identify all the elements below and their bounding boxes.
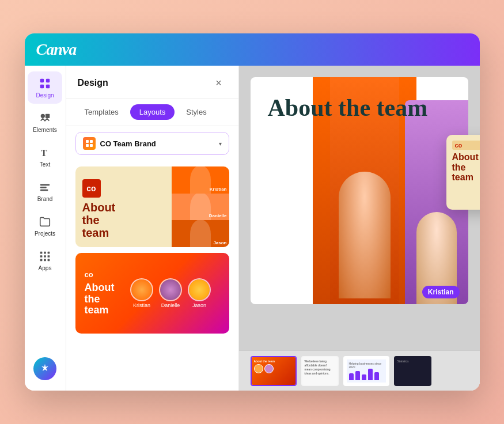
thumb-4-content: Statistics	[395, 357, 430, 385]
bar-chart	[349, 369, 384, 380]
brand-selector[interactable]: CO Team Brand ▾	[75, 132, 229, 155]
about-text-1: Abouttheteam	[82, 201, 165, 239]
floating-card-inner: co Abouttheteam	[452, 141, 480, 204]
svg-rect-2	[40, 85, 44, 88]
round-avatar-danielle	[159, 278, 182, 301]
design-icon	[38, 77, 52, 90]
sidebar-item-projects[interactable]: Projects	[28, 210, 62, 242]
thumb-2-content: We believe being affordable doesn't mean…	[302, 357, 338, 385]
card2-about-text: Abouttheteam	[85, 282, 115, 316]
thumb-4-text: Statistics	[397, 359, 428, 364]
thumbnail-1[interactable]: About the team	[251, 356, 297, 386]
canvas-content: About the team Kr	[239, 66, 480, 350]
brand-icon	[38, 180, 52, 194]
tab-layouts[interactable]: Layouts	[130, 104, 175, 120]
svg-rect-14	[44, 255, 46, 258]
topbar: Canva	[25, 33, 480, 66]
svg-rect-17	[44, 259, 46, 262]
app-window: Canva Design	[25, 33, 480, 391]
svg-rect-0	[40, 79, 44, 82]
floating-card-co: co	[452, 141, 480, 150]
avatar-group-danielle: Danielle	[159, 278, 182, 308]
template-card-1[interactable]: co Abouttheteam Kristian	[75, 166, 229, 247]
thumb-avatars	[254, 364, 293, 373]
thumb-3-content: Helping businesses since 2020	[347, 359, 386, 383]
templates-grid: co Abouttheteam Kristian	[66, 161, 238, 391]
panel-tabs: Templates Layouts Styles	[66, 99, 238, 126]
thumbnail-strip: About the team We believe being affordab…	[239, 350, 480, 391]
svg-rect-9	[40, 190, 48, 191]
magic-button[interactable]	[33, 357, 56, 380]
svg-rect-21	[86, 144, 89, 147]
sidebar-item-apps[interactable]: Apps	[28, 244, 62, 277]
sidebar-label-elements: Elements	[33, 127, 57, 133]
svg-rect-11	[44, 252, 46, 254]
svg-rect-16	[40, 259, 43, 262]
person-label-danielle: Danielle	[209, 213, 227, 218]
sidebar: Design Elements T Text	[25, 66, 66, 391]
brand-icon-badge	[83, 137, 96, 150]
template-card-2[interactable]: co Abouttheteam Kristian	[75, 253, 229, 334]
card-right-1: Kristian Danielle Jason	[172, 166, 229, 247]
sidebar-label-brand: Brand	[37, 196, 53, 202]
svg-rect-20	[90, 140, 93, 143]
avatar-group-kristian: Kristian	[130, 278, 153, 308]
svg-rect-8	[40, 187, 47, 188]
floating-card-about: Abouttheteam	[452, 152, 480, 183]
svg-rect-19	[86, 140, 89, 143]
card-left-1: co Abouttheteam	[75, 166, 172, 247]
avatar-name-danielle: Danielle	[161, 302, 180, 308]
svg-rect-13	[40, 255, 43, 258]
main-area: Design Elements T Text	[25, 66, 480, 391]
projects-icon	[38, 215, 52, 229]
design-panel: Design × Templates Layouts Styles CO T	[66, 66, 239, 391]
kristian-tooltip: Kristian	[422, 286, 460, 298]
sidebar-label-apps: Apps	[39, 265, 52, 271]
svg-rect-5	[46, 114, 50, 118]
canva-logo: Canva	[36, 40, 77, 59]
text-icon: T	[38, 146, 52, 160]
card2-co-logo: co	[85, 270, 115, 279]
svg-rect-12	[48, 252, 50, 254]
sidebar-item-brand[interactable]: Brand	[28, 175, 62, 207]
sidebar-item-design[interactable]: Design	[28, 71, 62, 104]
thumb-1-content: About the team	[252, 357, 295, 385]
thumbnail-3[interactable]: Helping businesses since 2020	[343, 356, 389, 386]
co-logo-1: co	[82, 179, 101, 198]
chevron-down-icon: ▾	[219, 141, 222, 147]
panel-header: Design ×	[66, 66, 238, 99]
svg-rect-7	[40, 184, 50, 186]
svg-rect-3	[46, 85, 50, 88]
avatar-name-kristian: Kristian	[133, 302, 150, 308]
panel-title: Design	[78, 78, 108, 88]
card2-avatars-group: Kristian Danielle Jason	[121, 278, 219, 308]
close-button[interactable]: ×	[211, 75, 227, 91]
sidebar-item-text[interactable]: T Text	[28, 141, 62, 173]
svg-text:T: T	[41, 147, 47, 158]
thumbnail-4[interactable]: Statistics	[394, 356, 431, 386]
slide-title: About the team	[268, 94, 451, 121]
svg-point-4	[41, 114, 45, 118]
apps-icon	[38, 249, 52, 263]
sidebar-label-projects: Projects	[35, 230, 55, 237]
sidebar-label-text: Text	[40, 161, 50, 168]
person-slot-danielle: Danielle	[172, 194, 229, 221]
avatar-group-jason: Jason	[188, 278, 211, 308]
person-label-kristian: Kristian	[210, 187, 227, 192]
person-slot-jason: Jason	[172, 220, 229, 247]
slide-text-area: About the team	[268, 94, 451, 121]
thumbnail-2[interactable]: We believe being affordable doesn't mean…	[301, 356, 339, 386]
elements-icon	[38, 111, 52, 125]
svg-rect-1	[46, 79, 50, 82]
canvas-area: About the team Kr	[239, 66, 480, 391]
person-slot-kristian: Kristian	[172, 166, 229, 194]
main-slide[interactable]: About the team Kr	[251, 77, 468, 304]
brand-name-label: CO Team Brand	[100, 139, 214, 148]
tab-templates[interactable]: Templates	[75, 104, 128, 120]
tab-styles[interactable]: Styles	[177, 104, 215, 120]
floating-card: co Abouttheteam	[446, 135, 480, 210]
sidebar-item-elements[interactable]: Elements	[28, 106, 62, 138]
round-avatar-kristian	[130, 278, 153, 301]
avatar-name-jason: Jason	[192, 302, 206, 308]
svg-rect-10	[40, 252, 43, 254]
